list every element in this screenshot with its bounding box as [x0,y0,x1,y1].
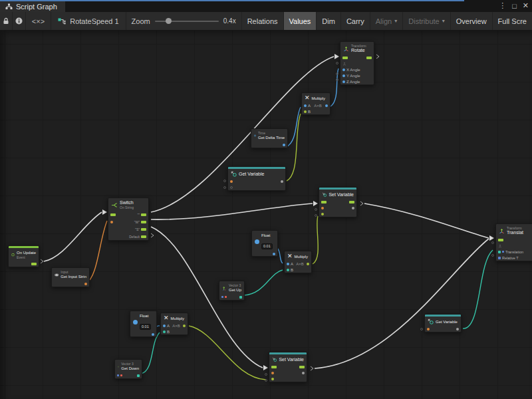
node-set-variable-mid[interactable]: Set Variable [319,187,357,217]
unconnected-port-ring [265,379,267,382]
node-multiply-bottom[interactable]: ✕ Multiply AA×B B [160,313,188,335]
carry-button[interactable]: Carry [340,12,370,31]
fallback-port[interactable] [230,186,233,189]
graph-breadcrumb[interactable]: RotateSpeed 1 [51,12,126,31]
float-icon [255,239,259,244]
name-in-port[interactable] [230,180,233,183]
gamepad-icon [55,273,59,277]
result-out-port[interactable] [307,263,309,265]
b-in-port[interactable] [304,110,307,113]
z-angle-port[interactable] [342,80,345,83]
flow-out-port[interactable] [141,221,146,223]
node-set-variable-bottom[interactable]: Set Variable [269,352,307,382]
op-label: A×B [172,324,180,328]
node-translate[interactable]: Transform Translat Translation Relative … [495,223,532,261]
vector-mini-icon [502,251,504,253]
switch-branch-icon [111,202,118,208]
result-out-port[interactable] [183,325,186,327]
value-in-port[interactable] [321,213,324,215]
align-button[interactable]: Align▾ [370,12,402,31]
dim-button[interactable]: Dim [316,12,340,31]
zoom-slider[interactable] [155,21,219,22]
node-title: Get Down [121,366,139,371]
name-in-port[interactable] [427,328,430,331]
name-in-port[interactable] [321,207,324,209]
node-title: On Update [17,250,36,255]
flow-in-port[interactable] [271,366,277,368]
node-get-delta-time[interactable]: Time Get Delta Time [251,128,288,148]
port-label: B [291,268,293,272]
node-multiply-mid[interactable]: ✕ Multiply AA×B B [284,251,312,273]
value-in-port[interactable] [271,378,274,380]
lock-button[interactable] [0,12,13,31]
flow-out-port[interactable] [366,57,372,59]
value-out-port[interactable] [152,333,154,336]
graph-canvas[interactable] [0,31,532,399]
flow-in-port[interactable] [498,239,503,241]
menu-icon[interactable]: ⋮ [499,1,506,10]
value-out-port[interactable] [239,296,242,299]
values-button[interactable]: Values [283,12,317,31]
node-multiply-top[interactable]: ✕ Multiply AA×B B [301,92,331,115]
relative-to-port[interactable] [498,257,501,259]
float-value-field[interactable]: 0.01 [140,324,151,330]
value-out-port[interactable] [283,144,285,146]
flow-out-port[interactable] [141,235,146,238]
node-float-mid[interactable]: Float 0.01 [251,230,278,257]
selector-in-port[interactable] [110,221,113,223]
value-out-port[interactable] [352,207,354,209]
value-out-port[interactable] [273,253,275,255]
value-out-port[interactable] [302,372,305,374]
a-in-port[interactable] [287,263,289,265]
fullscreen-button[interactable]: Full Scre [492,12,532,31]
case-label: "S" [135,227,140,231]
node-get-variable-right[interactable]: Get Variable [424,314,462,332]
name-in-port[interactable] [271,372,274,374]
zoom-slider-handle[interactable] [166,18,172,24]
flow-out-port[interactable] [141,213,146,216]
node-get-variable-top[interactable]: Get Variable [227,166,286,191]
flow-out-port[interactable] [349,201,354,203]
vector-mini-icon [120,374,122,376]
tab-script-graph[interactable]: Script Graph [0,1,65,12]
multiply-icon: ✕ [164,315,169,321]
vector-mini-icon [117,374,119,376]
zoom-label: Zoom [132,17,150,25]
a-in-port[interactable] [304,104,307,107]
flow-out-port[interactable] [31,263,37,265]
node-get-input[interactable]: Input Get Input Strin [51,267,90,287]
b-in-port[interactable] [163,331,166,333]
relations-button[interactable]: Relations [241,12,283,31]
flow-in-port[interactable] [110,213,116,216]
x-angle-port[interactable] [342,68,345,71]
float-value-field[interactable]: 0.01 [261,243,273,249]
node-switch-on-string[interactable]: Switch On String "" "W" "S" Default [108,198,149,241]
overview-button[interactable]: Overview [450,12,492,31]
distribute-button[interactable]: Distribute▾ [402,12,450,31]
graph-toolbar: <×> RotateSpeed 1 Zoom 0.4x Relations Va… [0,12,532,31]
value-out-port[interactable] [137,374,140,377]
flow-in-port[interactable] [321,201,327,203]
a-in-port[interactable] [163,325,166,327]
node-vector3-get-down[interactable]: Vector 3 Get Down [114,359,142,379]
translation-in-port[interactable] [498,251,501,253]
vector-mini-icon [221,296,223,298]
flow-out-port[interactable] [299,366,305,368]
maximize-icon[interactable]: □ [512,2,517,10]
value-out-port[interactable] [84,283,87,285]
result-out-port[interactable] [325,104,328,107]
node-vector3-get-up[interactable]: Vector 3 Get Up [219,281,245,301]
node-float-bottom[interactable]: Float 0.01 [130,311,157,337]
flow-out-port[interactable] [141,228,146,231]
close-icon[interactable]: ✕ [523,1,529,10]
node-rotate[interactable]: Transform Rotate X Angle Y Angle Z Angle [340,41,374,85]
info-button[interactable] [13,12,25,31]
b-in-port[interactable] [287,269,289,271]
node-title: Multiply [312,96,325,101]
code-toggle-button[interactable]: <×> [26,12,51,31]
node-on-update[interactable]: On Update Event [8,245,39,267]
y-angle-port[interactable] [342,74,345,77]
value-out-port[interactable] [456,328,459,331]
flow-in-port[interactable] [342,57,348,59]
value-out-port[interactable] [281,180,283,183]
